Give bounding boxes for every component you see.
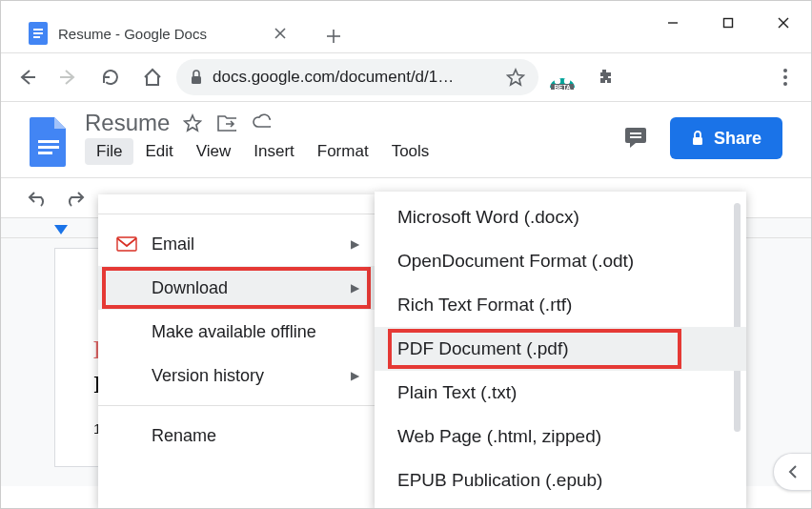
browser-toolbar: docs.google.com/document/d/1… BETA — [1, 52, 811, 102]
url-text: docs.google.com/document/d/1… — [213, 68, 454, 87]
extension-beta-icon[interactable]: BETA — [548, 67, 577, 88]
menu-tools[interactable]: Tools — [380, 138, 441, 165]
bookmark-star-icon[interactable] — [506, 68, 525, 87]
menu-edit[interactable]: Edit — [133, 138, 184, 165]
tab-title: Resume - Google Docs — [58, 26, 264, 42]
docs-logo-icon[interactable] — [30, 115, 68, 167]
extensions-button[interactable] — [586, 59, 622, 95]
star-document-icon[interactable] — [183, 113, 202, 132]
document-title[interactable]: Resume — [85, 110, 170, 136]
download-option-odt[interactable]: OpenDocument Format (.odt) — [375, 239, 746, 283]
file-menu-dropdown: Email ▶ Download ▶ Make available offlin… — [98, 194, 375, 509]
address-bar[interactable]: docs.google.com/document/d/1… — [176, 59, 538, 95]
window-maximize[interactable] — [700, 9, 756, 37]
docs-favicon — [28, 23, 49, 44]
svg-rect-1 — [724, 19, 733, 28]
share-button[interactable]: Share — [670, 117, 782, 159]
menu-item-download[interactable]: Download ▶ — [98, 266, 375, 310]
window-minimize[interactable] — [645, 9, 700, 37]
menu-item-rename[interactable]: Rename — [98, 414, 375, 458]
svg-point-20 — [783, 75, 787, 79]
docs-menu-bar: File Edit View Insert Format Tools — [85, 138, 440, 165]
browser-tab[interactable]: Resume - Google Docs — [14, 14, 300, 52]
menu-item-label: Download — [152, 278, 228, 298]
menu-item-label: Version history — [152, 366, 264, 386]
submenu-arrow-icon: ▶ — [351, 369, 359, 382]
lock-icon — [190, 70, 203, 85]
nav-back-button[interactable] — [9, 59, 45, 95]
menu-file[interactable]: File — [85, 138, 133, 165]
download-submenu: Microsoft Word (.docx) OpenDocument Form… — [375, 192, 746, 509]
svg-rect-25 — [625, 128, 646, 143]
nav-home-button[interactable] — [134, 59, 171, 95]
window-close[interactable] — [756, 9, 811, 37]
menu-item-label: Rename — [152, 426, 216, 446]
redo-icon[interactable] — [64, 190, 85, 207]
download-option-docx[interactable]: Microsoft Word (.docx) — [375, 195, 746, 239]
svg-rect-6 — [33, 32, 43, 34]
nav-forward-button[interactable] — [51, 59, 87, 95]
menu-item-offline[interactable]: Make available offline — [98, 310, 375, 354]
submenu-arrow-icon: ▶ — [351, 237, 359, 251]
menu-item-label: Email — [152, 234, 194, 254]
undo-icon[interactable] — [28, 190, 49, 207]
menu-item-version-history[interactable]: Version history ▶ — [98, 354, 375, 397]
submenu-arrow-icon: ▶ — [351, 281, 359, 295]
svg-rect-29 — [117, 237, 136, 251]
tab-close-icon[interactable] — [274, 27, 287, 40]
menu-format[interactable]: Format — [306, 138, 380, 165]
svg-point-19 — [783, 69, 787, 72]
download-option-rtf[interactable]: Rich Text Format (.rtf) — [375, 283, 746, 327]
menu-item-email[interactable]: Email ▶ — [98, 222, 375, 266]
menu-item-label: Make available offline — [152, 322, 316, 342]
svg-rect-24 — [38, 152, 52, 154]
download-option-epub[interactable]: EPUB Publication (.epub) — [375, 458, 746, 502]
svg-rect-7 — [33, 36, 40, 38]
svg-rect-5 — [33, 29, 43, 31]
chrome-menu-button[interactable] — [767, 59, 803, 95]
lock-icon — [691, 131, 704, 146]
download-option-txt[interactable]: Plain Text (.txt) — [375, 371, 746, 415]
svg-rect-23 — [38, 146, 59, 149]
menu-insert[interactable]: Insert — [242, 138, 306, 165]
menu-view[interactable]: View — [185, 138, 243, 165]
svg-text:BETA: BETA — [554, 84, 571, 90]
download-option-pdf[interactable]: PDF Document (.pdf) — [375, 327, 746, 371]
move-document-icon[interactable] — [217, 113, 236, 132]
docs-header: Resume File Edit View Insert Format Tool… — [1, 102, 811, 177]
svg-rect-22 — [38, 140, 59, 143]
cloud-status-icon[interactable] — [252, 113, 271, 132]
new-tab-button[interactable] — [317, 20, 350, 52]
svg-point-21 — [783, 82, 787, 86]
comments-icon[interactable] — [622, 125, 649, 152]
svg-rect-14 — [192, 76, 201, 84]
download-option-html[interactable]: Web Page (.html, zipped) — [375, 415, 746, 458]
nav-reload-button[interactable] — [92, 59, 129, 95]
share-label: Share — [714, 129, 761, 149]
gmail-icon — [115, 236, 138, 252]
explore-fab[interactable] — [773, 453, 811, 491]
svg-rect-28 — [693, 137, 702, 145]
